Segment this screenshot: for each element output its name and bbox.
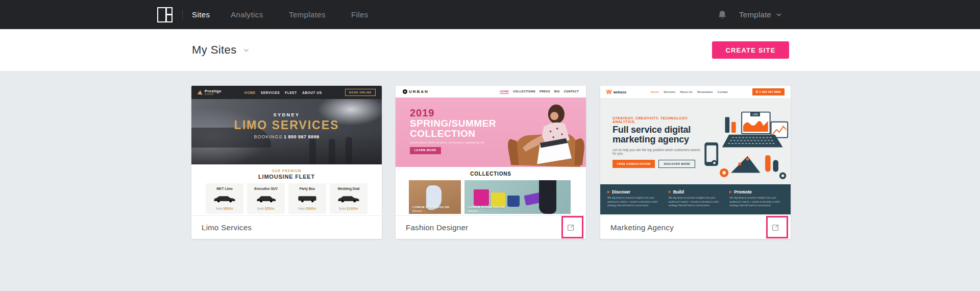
site-card-footer: Marketing Agency xyxy=(600,215,791,239)
car-icon xyxy=(337,195,360,203)
feature-column: Promote We dig deep to uncover insights … xyxy=(729,189,783,214)
site-card-limo-services[interactable]: Prestige Limos HOME SERVICES FLEET ABOUT… xyxy=(191,86,382,239)
preview-hero-copy: STRATEGY. CREATIVITY. TECHNOLOGY. ANALYT… xyxy=(612,116,700,168)
crown-icon xyxy=(197,90,203,94)
preview-hero-subtext: Lorem ipsum dolor sit amet, consectetur … xyxy=(410,141,496,144)
fleet-tiles: MKT Limo from $69/hr Executive SUV from … xyxy=(191,183,382,214)
preview-cta-secondary: DISCOVER MORE xyxy=(658,160,695,168)
preview-collections-section: COLLECTIONS LOREM IPSUM DOLOR Discover →… xyxy=(396,167,586,215)
nav-item-analytics[interactable]: Analytics xyxy=(231,0,263,29)
price: $99/hr xyxy=(306,207,316,210)
figure-illustration xyxy=(539,180,556,214)
preview-hero-copy: 2019 SPRING/SUMMER COLLECTION Lorem ipsu… xyxy=(410,108,496,154)
preview-cta-button: BOOK ONLINE xyxy=(345,89,376,96)
site-name: Limo Services xyxy=(202,223,252,232)
preview-header: W webseo Home Services About Us Showcase… xyxy=(600,86,791,98)
collection-link: Discover → xyxy=(412,209,426,212)
nav-item-templates[interactable]: Templates xyxy=(289,0,326,29)
preview-logo-text: URBAN xyxy=(409,89,429,94)
collection-tile: LOREM IPSUM DOLOR Discover → xyxy=(464,180,571,214)
preview-section-title: LIMOUSINE FLEET xyxy=(191,174,382,180)
site-card-fashion-designer[interactable]: URBAN HOME COLLECTIONS PRESS BIO CONTACT xyxy=(396,86,586,239)
sites-filter-dropdown[interactable]: My Sites xyxy=(192,29,250,71)
site-card-marketing-agency[interactable]: W webseo Home Services About Us Showcase… xyxy=(600,86,791,239)
handbag-illustration xyxy=(507,196,520,207)
account-label: Template xyxy=(739,10,771,19)
fleet-name: Party Bus xyxy=(300,187,315,190)
feature-text: We dig deep to uncover insights into you… xyxy=(729,196,783,208)
preview-nav-item: FLEET xyxy=(285,91,297,94)
site-card-footer: Fashion Designer xyxy=(396,215,586,239)
nav-item-files[interactable]: Files xyxy=(351,0,369,29)
create-site-button[interactable]: CREATE SITE xyxy=(712,41,789,59)
site-thumbnail-fashion-designer[interactable]: URBAN HOME COLLECTIONS PRESS BIO CONTACT xyxy=(396,86,586,215)
site-name: Marketing Agency xyxy=(610,223,674,232)
site-name: Fashion Designer xyxy=(406,223,468,232)
phone-icon: ✆ xyxy=(756,90,758,93)
navbar-right-group: Template xyxy=(718,0,782,29)
app-logo-icon[interactable] xyxy=(157,7,173,22)
preview-section-kicker: OUR PREMIUM xyxy=(191,164,382,173)
preview-logo-subtext: Limos xyxy=(205,93,222,96)
preview-header: URBAN HOME COLLECTIONS PRESS BIO CONTACT xyxy=(396,86,586,98)
chart-badge: +250 xyxy=(750,112,760,116)
collection-title: LOREM IPSUM DOLOR xyxy=(468,206,505,209)
logo-divider-horizontal xyxy=(165,14,172,15)
preview-hero-kicker: STRATEGY. CREATIVITY. TECHNOLOGY. ANALYT… xyxy=(612,116,700,124)
fleet-tile: Wedding Deal from $149/hr xyxy=(330,183,368,214)
preview-hero-title: SPRING/SUMMER xyxy=(410,118,496,129)
collection-title: LOREM IPSUM DOLOR xyxy=(412,206,449,209)
model-in-chair-illustration xyxy=(487,102,586,167)
feature-title: Promote xyxy=(734,189,751,195)
preview-nav: Home Services About Us Showcases Contact xyxy=(651,90,728,93)
price: $69/hr xyxy=(224,207,233,210)
preview-nav-item: HOME xyxy=(500,90,509,94)
nav-item-sites[interactable]: Sites xyxy=(192,0,210,29)
preview-nav-item: COLLECTIONS xyxy=(513,90,535,94)
feature-title: Build xyxy=(673,189,684,195)
feature-text: We dig deep to uncover insights into you… xyxy=(669,196,723,208)
preview-header: Prestige Limos HOME SERVICES FLEET ABOUT… xyxy=(191,86,382,99)
figure-silhouette xyxy=(329,139,335,164)
preview-features-band: Discover We dig deep to uncover insights… xyxy=(600,184,791,214)
preview-nav-item: ABOUT US xyxy=(302,91,322,94)
site-thumbnail-limo-services[interactable]: Prestige Limos HOME SERVICES FLEET ABOUT… xyxy=(191,86,382,215)
fleet-name: Wedding Deal xyxy=(338,187,360,190)
preview-nav-item: Showcases xyxy=(697,90,713,93)
caret-icon xyxy=(729,190,732,193)
preview-hero-title: COLLECTION xyxy=(410,129,496,139)
preview-logo: URBAN xyxy=(403,89,429,94)
preview-hero-title: Full service digital xyxy=(612,125,700,135)
feature-column: Build We dig deep to uncover insights in… xyxy=(669,189,723,214)
preview-nav-item: About Us xyxy=(680,90,693,93)
preview-nav-item: HOME xyxy=(244,91,256,94)
site-thumbnail-marketing-agency[interactable]: W webseo Home Services About Us Showcase… xyxy=(600,86,791,215)
preview-fleet-section: OUR PREMIUM LIMOUSINE FLEET MKT Limo fro… xyxy=(191,164,382,215)
preview-nav-item: CONTACT xyxy=(564,90,579,94)
preview-phone: 1 800 567 8899 xyxy=(284,134,320,139)
preview-hero-year: 2019 xyxy=(410,108,496,118)
price-prefix: from xyxy=(216,207,223,210)
brand-mark-icon xyxy=(403,89,407,94)
price-prefix: from xyxy=(299,207,305,210)
preview-phone-button: ✆ 1 800 567 8899 xyxy=(752,88,785,95)
bell-icon[interactable] xyxy=(718,10,727,20)
external-link-highlight-annotation xyxy=(766,216,788,238)
fleet-tile: Executive SUV from $55/hr xyxy=(247,183,285,214)
caret-icon xyxy=(607,190,610,193)
preview-hero: 2019 SPRING/SUMMER COLLECTION Lorem ipsu… xyxy=(396,98,586,167)
handbag-illustration xyxy=(474,189,489,206)
isometric-marketing-illustration xyxy=(697,103,790,183)
preview-cta-primary: FREE CONSULTATION xyxy=(612,160,655,168)
site-card-footer: Limo Services xyxy=(191,215,382,239)
feature-title: Discover xyxy=(612,189,630,195)
preview-cta-button: LEARN MORE xyxy=(410,147,441,154)
caret-icon xyxy=(669,190,671,193)
feature-text: We dig deep to uncover insights into you… xyxy=(607,196,662,208)
preview-nav-item: Contact xyxy=(717,90,728,93)
fleet-name: Executive SUV xyxy=(254,187,278,190)
account-menu[interactable]: Template xyxy=(739,10,782,19)
page-title: My Sites xyxy=(192,43,237,57)
preview-logo-text: webseo xyxy=(613,90,626,94)
preview-nav: HOME SERVICES FLEET ABOUT US xyxy=(244,91,322,94)
